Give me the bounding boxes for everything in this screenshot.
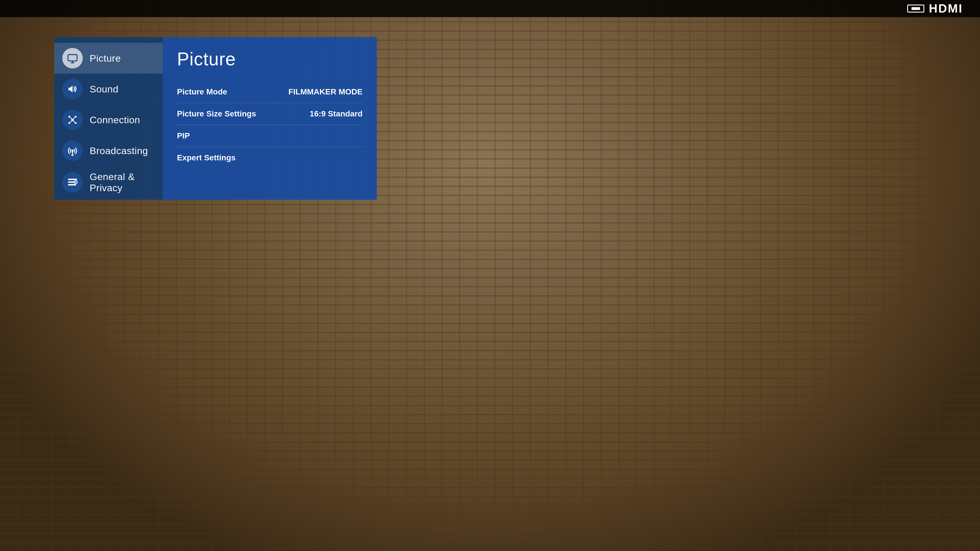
svg-line-11 [70, 121, 72, 122]
sidebar-item-general-privacy[interactable]: General & Privacy [54, 166, 163, 198]
content-title: Picture [177, 49, 363, 70]
picture-icon [67, 53, 78, 64]
connection-icon [67, 114, 78, 125]
hdmi-box-icon [907, 5, 924, 13]
sound-icon [67, 84, 78, 94]
svg-marker-3 [68, 85, 73, 92]
svg-rect-0 [68, 54, 77, 61]
sidebar-label-broadcasting: Broadcasting [90, 145, 148, 156]
connection-icon-circle [62, 110, 83, 130]
picture-icon-circle [62, 48, 83, 68]
picture-size-label: Picture Size Settings [177, 109, 256, 118]
sidebar-item-sound[interactable]: Sound [54, 74, 163, 105]
svg-line-10 [73, 117, 75, 119]
pip-label: PIP [177, 131, 190, 140]
sidebar-item-picture[interactable]: Picture [54, 43, 163, 74]
broadcasting-icon [67, 145, 78, 156]
top-bar: HDMI [0, 0, 980, 17]
svg-point-6 [75, 116, 76, 118]
svg-point-5 [68, 116, 70, 118]
hdmi-indicator: HDMI [907, 2, 963, 16]
sidebar-label-general-privacy: General & Privacy [90, 171, 155, 194]
sidebar: Picture Sound [54, 37, 163, 200]
settings-panel: Picture Sound [54, 37, 377, 200]
svg-point-13 [72, 149, 74, 152]
menu-item-expert-settings[interactable]: Expert Settings [177, 147, 363, 168]
svg-line-12 [73, 121, 75, 122]
menu-item-picture-mode[interactable]: Picture Mode FILMMAKER MODE [177, 81, 363, 103]
sidebar-item-broadcasting[interactable]: Broadcasting [54, 135, 163, 166]
sound-icon-circle [62, 79, 83, 99]
picture-mode-value: FILMMAKER MODE [288, 87, 363, 97]
sidebar-label-sound: Sound [90, 84, 118, 95]
sidebar-label-picture: Picture [90, 53, 121, 64]
expert-settings-label: Expert Settings [177, 153, 235, 162]
content-area: Picture Picture Mode FILMMAKER MODE Pict… [163, 37, 377, 200]
svg-point-7 [68, 122, 70, 124]
hdmi-label: HDMI [929, 2, 963, 16]
svg-rect-18 [68, 184, 76, 186]
svg-rect-17 [68, 181, 75, 183]
sidebar-item-support[interactable]: Support [54, 198, 163, 200]
svg-rect-16 [68, 179, 77, 180]
picture-mode-label: Picture Mode [177, 87, 227, 97]
general-icon-circle [62, 172, 83, 193]
svg-point-8 [75, 122, 76, 124]
general-icon [67, 177, 78, 188]
broadcasting-icon-circle [62, 140, 83, 161]
svg-line-9 [70, 117, 72, 119]
picture-size-value: 16:9 Standard [310, 109, 363, 118]
menu-item-picture-size[interactable]: Picture Size Settings 16:9 Standard [177, 103, 363, 125]
sidebar-label-connection: Connection [90, 114, 140, 125]
menu-item-pip[interactable]: PIP [177, 125, 363, 147]
sidebar-item-connection[interactable]: Connection [54, 105, 163, 135]
